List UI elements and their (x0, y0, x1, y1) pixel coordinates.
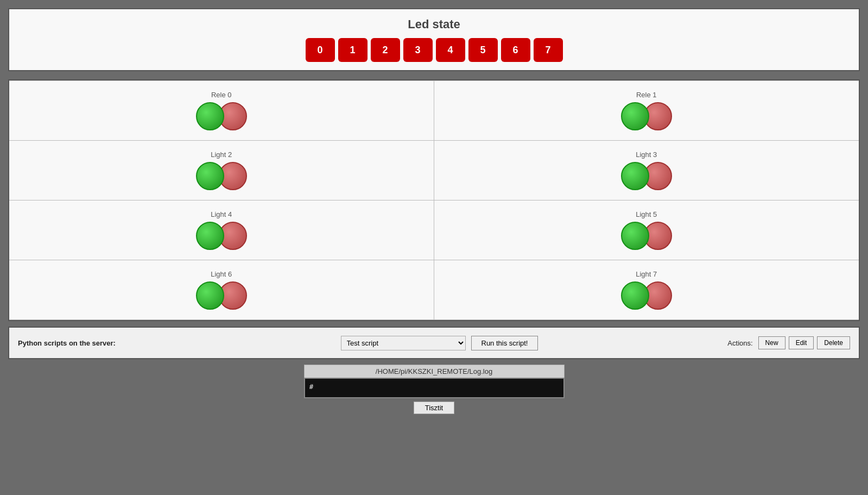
relay-circles-3 (621, 162, 672, 190)
relay-circles-6 (196, 281, 247, 310)
relay-cell-5: Light 5 (434, 200, 859, 260)
scripts-panel: Python scripts on the server: Test scrip… (8, 327, 860, 359)
run-script-button[interactable]: Run this script! (471, 336, 538, 350)
relay-grid: Rele 0Rele 1Light 2Light 3Light 4Light 5… (9, 80, 859, 320)
relay-circles-0 (196, 102, 247, 130)
scripts-center: Test script Run this script! (170, 336, 709, 350)
relay-cell-1: Rele 1 (434, 81, 859, 141)
relay-circles-2 (196, 162, 247, 190)
relay-circles-4 (196, 222, 247, 250)
log-clear-area: Tisztit (304, 398, 565, 414)
relay-label-0: Rele 0 (211, 91, 232, 99)
relay-cell-0: Rele 0 (9, 81, 434, 141)
led-button-0[interactable]: 0 (306, 38, 335, 62)
led-buttons-row: 01234567 (15, 38, 853, 62)
log-input[interactable] (309, 383, 559, 391)
relay-circles-7 (621, 281, 672, 310)
relay-label-2: Light 2 (211, 151, 232, 159)
relay-label-5: Light 5 (636, 210, 657, 218)
led-button-6[interactable]: 6 (501, 38, 530, 62)
led-state-title: Led state (15, 17, 853, 32)
relay-label-1: Rele 1 (636, 91, 657, 99)
relay-green-circle-7[interactable] (621, 281, 649, 310)
led-button-7[interactable]: 7 (534, 38, 563, 62)
actions-label: Actions: (727, 339, 752, 347)
relay-green-circle-5[interactable] (621, 222, 649, 250)
led-state-panel: Led state 01234567 (8, 8, 860, 71)
relay-label-4: Light 4 (211, 210, 232, 218)
relay-cell-3: Light 3 (434, 141, 859, 200)
log-title-bar: /HOME/pi/KKSZKI_REMOTE/Log.log (304, 365, 565, 378)
scripts-label: Python scripts on the server: (18, 339, 170, 347)
log-panel: /HOME/pi/KKSZKI_REMOTE/Log.log Tisztit (304, 365, 565, 414)
scripts-actions: Actions: New Edit Delete (709, 336, 850, 349)
relay-green-circle-3[interactable] (621, 162, 649, 190)
led-button-4[interactable]: 4 (436, 38, 465, 62)
relay-label-3: Light 3 (636, 151, 657, 159)
relay-cell-7: Light 7 (434, 260, 859, 320)
relay-label-7: Light 7 (636, 270, 657, 278)
edit-script-button[interactable]: Edit (789, 336, 814, 349)
led-button-5[interactable]: 5 (468, 38, 498, 62)
relay-label-6: Light 6 (211, 270, 232, 278)
log-clear-button[interactable]: Tisztit (414, 402, 454, 414)
relay-cell-4: Light 4 (9, 200, 434, 260)
relay-circles-5 (621, 222, 672, 250)
log-terminal (304, 378, 565, 398)
relay-green-circle-2[interactable] (196, 162, 224, 190)
new-script-button[interactable]: New (758, 336, 785, 349)
led-button-1[interactable]: 1 (338, 38, 368, 62)
relay-cell-6: Light 6 (9, 260, 434, 320)
relay-green-circle-0[interactable] (196, 102, 224, 130)
led-button-2[interactable]: 2 (371, 38, 400, 62)
relay-circles-1 (621, 102, 672, 130)
led-button-3[interactable]: 3 (403, 38, 433, 62)
relay-cell-2: Light 2 (9, 141, 434, 200)
relay-grid-panel: Rele 0Rele 1Light 2Light 3Light 4Light 5… (8, 79, 860, 321)
relay-green-circle-6[interactable] (196, 281, 224, 310)
delete-script-button[interactable]: Delete (817, 336, 850, 349)
relay-green-circle-4[interactable] (196, 222, 224, 250)
relay-green-circle-1[interactable] (621, 102, 649, 130)
script-select[interactable]: Test script (341, 336, 466, 350)
